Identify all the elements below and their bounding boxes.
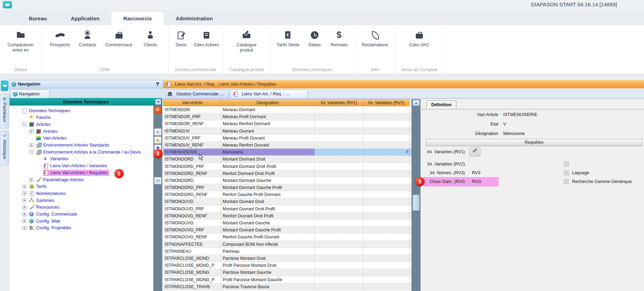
expand-icon[interactable]: +	[29, 143, 33, 147]
tree-item-gammes[interactable]: +Gammes	[9, 197, 153, 204]
document-tab-gestion-commerciale[interactable]: Gestion Commerciale ...	[165, 89, 229, 98]
tree-item-liens-vari-articles-requetes[interactable]: Liens Vari-Articles / Requêtes	[9, 169, 153, 176]
ribbon-item-devis[interactable]: Devis	[172, 30, 190, 48]
ribbon-item-cdes-vac[interactable]: Cdes VAC	[409, 30, 429, 48]
zoom-z1-icon[interactable]: Z1	[154, 177, 162, 184]
expand-icon[interactable]: +	[22, 185, 26, 189]
expand-icon[interactable]: +	[22, 219, 26, 223]
tree-item-variantes[interactable]: Variantes	[9, 156, 153, 162]
table-row-istparclose-mond[interactable]: ISTPARCLOSE_MONDParclose Montant Droit	[163, 255, 412, 262]
tab-navigation[interactable]: Navigation	[11, 89, 50, 98]
tree-item-ressources[interactable]: +Ressources	[9, 204, 153, 211]
side-tab-panneaux[interactable]: ▦ Panneaux	[0, 94, 9, 128]
table-row-istparclose-mond-p[interactable]: ISTPARCLOSE_MOND_PProfil Parclose Montan…	[163, 262, 412, 269]
document-tab-liens-vari-art-req[interactable]: Liens Vari-Art. / Req. : ...	[230, 89, 308, 98]
table-row-istmondorg[interactable]: ISTMONDORGMontant Dormant Gauche	[163, 177, 412, 184]
tree-item-donnees-techniques[interactable]: Données Techniques	[9, 107, 153, 114]
help-icon[interactable]: ?	[564, 170, 569, 175]
tree-item-config-commerciale[interactable]: +Config. Commerciale	[9, 211, 153, 218]
tree-item-liens-vari-articles-variantes[interactable]: Liens Vari-Articles / Variantes	[9, 163, 153, 169]
table-row-istmendor[interactable]: ISTMENDORMeneau Dormant	[163, 106, 412, 113]
tree-item-articles[interactable]: −Articles	[9, 121, 153, 128]
expand-icon[interactable]: +	[22, 205, 26, 209]
tree-section-title: Données Techniques	[63, 99, 109, 104]
cell: ISTMONOUVG	[163, 219, 221, 226]
ribbon-item-tarifs-vente[interactable]: Tarifs Vente	[276, 30, 299, 48]
expand-icon[interactable]: +	[29, 129, 33, 133]
table-row-istmondorg-renf[interactable]: ISTMONDORG_RENFRenfort Gauche Profil Dor…	[163, 191, 412, 198]
ribbon-item-commerciaux[interactable]: Commerciaux	[105, 30, 132, 48]
column-header-ini-variables-rv2[interactable]: Ini. Variables (RV2)	[363, 99, 409, 106]
favorite-star-icon[interactable]: ★	[154, 136, 162, 144]
expand-icon[interactable]: +	[22, 212, 26, 216]
expand-all-button[interactable]: »	[155, 99, 161, 105]
table-row-istpanneau[interactable]: ISTPANNEAUPanneau	[163, 248, 412, 255]
ribbon-item-cdes-actives[interactable]: Cdes Actives	[194, 30, 219, 48]
table-row-istparclose-travb[interactable]: ISTPARCLOSE_TRAVBParclose Traverse Basse	[163, 283, 412, 290]
table-row-istmenouv[interactable]: ISTMENOUVMeneau Ouvrant	[163, 128, 412, 135]
column-header-vari-article[interactable]: Vari-Article	[163, 99, 221, 106]
close-red-icon[interactable]: ×	[154, 106, 162, 114]
star-icon	[29, 115, 34, 120]
ribbon-item-reclamations[interactable]: Reclamations	[362, 30, 388, 48]
table-row-istmendor-renf[interactable]: ISTMENDOR_RENFMeneau Renfort Dormant	[163, 120, 412, 127]
menu-tab-administration[interactable]: Administration	[164, 12, 225, 25]
expand-icon[interactable]: +	[29, 178, 33, 182]
tree-item-parametrage-articles[interactable]: +Paramétrage Articles	[9, 176, 153, 183]
table-row-istmendor-prf[interactable]: ISTMENDOR_PRFMeneau Profil Dormant	[163, 113, 412, 120]
table-row-istmondorg-prf[interactable]: ISTMONDORG_PRFMontant Dormant Gauche Pro…	[163, 184, 412, 191]
table-row-istmenouv-prf[interactable]: ISTMENOUV_PRFMeneau Profil Ouvrant	[163, 135, 412, 142]
expand-icon[interactable]: +	[22, 226, 26, 230]
ribbon-item-remises[interactable]: Remises	[330, 30, 348, 48]
edit-icon[interactable]	[469, 147, 480, 156]
table-row-istmonouvd[interactable]: ISTMONOUVDMontant Ouvrant Droit	[163, 198, 412, 205]
ribbon-item-contacts[interactable]: Contacts	[78, 30, 97, 48]
diapason-mini-logo-icon[interactable]	[1, 80, 8, 91]
table-row-istmonouvd-prf[interactable]: ISTMONOUVD_PRFMontant Ouvrant Droit Prof…	[163, 205, 412, 212]
table-row-istnonaffectee[interactable]: ISTNONAFFECTEEComposant BOM Non Affecté	[163, 241, 412, 248]
collapse-icon[interactable]: −	[29, 150, 33, 154]
column-header-ini-variantes-rv1[interactable]: Ini. Variantes (RV1)	[315, 99, 363, 106]
table-row-istmonouvg-renf[interactable]: ISTMONOUVG_RENFRenfort Gauche Profil Ouv…	[163, 234, 412, 241]
tree-item-config-proprietes[interactable]: +Config. Propriétés	[9, 225, 153, 231]
table-row-istmonouvg-prf[interactable]: ISTMONOUVG_PRFMontant Ouvrant Gauche Pro…	[163, 226, 412, 234]
tree-item-vari-articles[interactable]: Vari-Articles	[9, 135, 153, 142]
table-row-istmenouv-renf[interactable]: ISTMENOUV_RENFMeneau Renfort Ouvrant	[163, 142, 412, 149]
side-tab-historique[interactable]: ↺ Historique	[0, 131, 9, 165]
collapse-icon[interactable]: −	[22, 122, 26, 126]
table-vertical-scrollbar[interactable]: ▲	[412, 99, 420, 291]
menu-tab-application[interactable]: Application	[59, 12, 112, 25]
table-row-istparclose-mong[interactable]: ISTPARCLOSE_MONGParclose Montant Gauche	[163, 269, 412, 276]
ribbon-item-clients[interactable]: Clients	[141, 30, 159, 48]
tree-item-tarifs[interactable]: +Tarifs	[9, 183, 153, 190]
compass-icon[interactable]: ✳	[154, 128, 162, 136]
pin-icon[interactable]	[156, 82, 159, 87]
menu-tab-bureau[interactable]: Bureau	[17, 12, 59, 25]
expand-icon[interactable]: +	[22, 198, 26, 202]
tab-definition[interactable]: Définition	[426, 100, 456, 109]
tree-item-articles[interactable]: +Articles	[9, 128, 153, 135]
tree-item-config-web[interactable]: +Config. Web	[9, 218, 153, 224]
cell	[315, 255, 363, 262]
scroll-up-icon[interactable]: ▲	[413, 100, 420, 106]
help-icon[interactable]: ?	[564, 161, 569, 167]
ribbon-item-catalogue-produit[interactable]: Catalogue produit	[230, 30, 263, 53]
help-icon[interactable]: ?	[564, 179, 569, 184]
table-row-istmonouvg[interactable]: ISTMONOUVGMontant Ouvrant Gauche	[163, 219, 412, 226]
table-row-istmonouvd-renf[interactable]: ISTMONOUVD_RENFRenfort Ouvrant Droit Pro…	[163, 212, 412, 219]
column-header-designation[interactable]: Désignation	[221, 99, 315, 106]
tree-item-environnement-articles-standards[interactable]: +Environnement Articles Standards	[9, 142, 153, 149]
table-row-istparclose-mong-p[interactable]: ISTPARCLOSE_MONG_PProfil Parclose Montan…	[163, 276, 412, 283]
ribbon-group-label: CRM	[41, 67, 168, 72]
expand-icon[interactable]: +	[22, 191, 26, 195]
table-row-istmondord-renf[interactable]: ISTMONDORD_RENFRenfort Dormant Droit Pro…	[163, 170, 412, 177]
table-row-istmondord-prf[interactable]: ISTMONDORD_PRFMontant Dormant Droit Prof…	[163, 163, 412, 170]
ribbon-item-comparaison-entre-en[interactable]: Comparaison entre en	[5, 30, 37, 53]
ribbon-item-prospects[interactable]: Prospects	[50, 30, 70, 48]
menu-tab-raccourcis[interactable]: Raccourcis	[111, 12, 164, 25]
tree-item-favoris[interactable]: Favoris	[9, 114, 153, 121]
tree-item-nomenclatures[interactable]: +Nomenclatures	[9, 190, 153, 197]
tree-item-environnement-articles-a-la-commande-au-devis[interactable]: −Environnement Articles à la Commande / …	[9, 149, 153, 155]
ribbon-item-delais[interactable]: Délais	[305, 30, 324, 48]
scrollbar-thumb[interactable]	[413, 195, 420, 211]
